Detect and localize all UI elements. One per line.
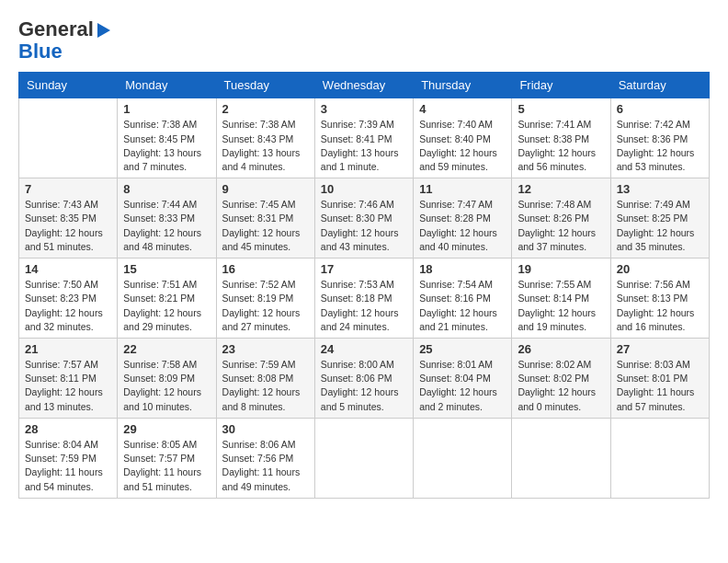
calendar-day-cell: 1Sunrise: 7:38 AMSunset: 8:45 PMDaylight…: [118, 98, 216, 178]
day-of-week-header: Monday: [118, 73, 216, 98]
logo: General Blue: [18, 18, 110, 63]
logo-blue: Blue: [18, 40, 63, 63]
calendar-day-cell: 8Sunrise: 7:44 AMSunset: 8:33 PMDaylight…: [118, 178, 216, 259]
calendar-week-row: 14Sunrise: 7:50 AMSunset: 8:23 PMDayligh…: [19, 259, 710, 339]
day-of-week-header: Wednesday: [314, 73, 413, 98]
day-info: Sunrise: 7:53 AMSunset: 8:18 PMDaylight:…: [321, 278, 407, 334]
calendar-day-cell: 7Sunrise: 7:43 AMSunset: 8:35 PMDaylight…: [19, 178, 118, 259]
calendar-day-cell: 15Sunrise: 7:51 AMSunset: 8:21 PMDayligh…: [118, 259, 216, 339]
day-number: 18: [419, 262, 506, 276]
day-number: 20: [617, 262, 703, 276]
calendar-day-cell: [19, 98, 118, 178]
calendar-day-cell: 6Sunrise: 7:42 AMSunset: 8:36 PMDaylight…: [610, 98, 709, 178]
day-of-week-header: Saturday: [610, 73, 709, 98]
day-info: Sunrise: 8:01 AMSunset: 8:04 PMDaylight:…: [419, 358, 506, 414]
day-number: 16: [222, 262, 309, 276]
calendar-day-cell: 3Sunrise: 7:39 AMSunset: 8:41 PMDaylight…: [314, 98, 413, 178]
day-of-week-header: Sunday: [19, 73, 118, 98]
day-of-week-header: Tuesday: [216, 73, 314, 98]
day-info: Sunrise: 7:43 AMSunset: 8:35 PMDaylight:…: [25, 198, 111, 254]
day-number: 12: [518, 182, 604, 196]
day-info: Sunrise: 7:46 AMSunset: 8:30 PMDaylight:…: [321, 198, 407, 254]
calendar-day-cell: 9Sunrise: 7:45 AMSunset: 8:31 PMDaylight…: [216, 178, 314, 259]
calendar-day-cell: 30Sunrise: 8:06 AMSunset: 7:56 PMDayligh…: [216, 418, 314, 498]
calendar-day-cell: [314, 418, 413, 498]
day-info: Sunrise: 8:04 AMSunset: 7:59 PMDaylight:…: [25, 438, 111, 494]
day-info: Sunrise: 7:38 AMSunset: 8:43 PMDaylight:…: [222, 118, 309, 174]
calendar-day-cell: 4Sunrise: 7:40 AMSunset: 8:40 PMDaylight…: [414, 98, 512, 178]
calendar-day-cell: 27Sunrise: 8:03 AMSunset: 8:01 PMDayligh…: [610, 339, 709, 419]
day-number: 14: [25, 262, 111, 276]
day-info: Sunrise: 7:59 AMSunset: 8:08 PMDaylight:…: [222, 358, 309, 414]
calendar-day-cell: 25Sunrise: 8:01 AMSunset: 8:04 PMDayligh…: [414, 339, 512, 419]
day-number: 2: [222, 102, 309, 116]
day-info: Sunrise: 7:40 AMSunset: 8:40 PMDaylight:…: [419, 118, 506, 174]
calendar-day-cell: 12Sunrise: 7:48 AMSunset: 8:26 PMDayligh…: [512, 178, 610, 259]
logo-text: General: [18, 18, 110, 40]
calendar-day-cell: 21Sunrise: 7:57 AMSunset: 8:11 PMDayligh…: [19, 339, 118, 419]
day-info: Sunrise: 7:58 AMSunset: 8:09 PMDaylight:…: [123, 358, 210, 414]
day-number: 5: [518, 102, 604, 116]
day-info: Sunrise: 7:48 AMSunset: 8:26 PMDaylight:…: [518, 198, 604, 254]
day-number: 24: [321, 342, 407, 356]
day-number: 17: [321, 262, 407, 276]
day-info: Sunrise: 7:47 AMSunset: 8:28 PMDaylight:…: [419, 198, 506, 254]
day-info: Sunrise: 7:44 AMSunset: 8:33 PMDaylight:…: [123, 198, 210, 254]
calendar-day-cell: 20Sunrise: 7:56 AMSunset: 8:13 PMDayligh…: [610, 259, 709, 339]
day-number: 26: [518, 342, 604, 356]
day-number: 1: [123, 102, 210, 116]
day-info: Sunrise: 7:51 AMSunset: 8:21 PMDaylight:…: [123, 278, 210, 334]
calendar-body: 1Sunrise: 7:38 AMSunset: 8:45 PMDaylight…: [19, 98, 710, 498]
day-number: 6: [617, 102, 703, 116]
day-of-week-header: Friday: [512, 73, 610, 98]
calendar-day-cell: 11Sunrise: 7:47 AMSunset: 8:28 PMDayligh…: [414, 178, 512, 259]
calendar-day-cell: 18Sunrise: 7:54 AMSunset: 8:16 PMDayligh…: [414, 259, 512, 339]
day-number: 19: [518, 262, 604, 276]
calendar-day-cell: 19Sunrise: 7:55 AMSunset: 8:14 PMDayligh…: [512, 259, 610, 339]
calendar-day-cell: 16Sunrise: 7:52 AMSunset: 8:19 PMDayligh…: [216, 259, 314, 339]
calendar-table: SundayMondayTuesdayWednesdayThursdayFrid…: [18, 72, 710, 498]
calendar-week-row: 1Sunrise: 7:38 AMSunset: 8:45 PMDaylight…: [19, 98, 710, 178]
calendar-day-cell: 24Sunrise: 8:00 AMSunset: 8:06 PMDayligh…: [314, 339, 413, 419]
calendar-week-row: 21Sunrise: 7:57 AMSunset: 8:11 PMDayligh…: [19, 339, 710, 419]
calendar-day-cell: 17Sunrise: 7:53 AMSunset: 8:18 PMDayligh…: [314, 259, 413, 339]
calendar-header-row: SundayMondayTuesdayWednesdayThursdayFrid…: [19, 73, 710, 98]
day-number: 23: [222, 342, 309, 356]
calendar-day-cell: [610, 418, 709, 498]
day-number: 9: [222, 182, 309, 196]
calendar-day-cell: 26Sunrise: 8:02 AMSunset: 8:02 PMDayligh…: [512, 339, 610, 419]
day-number: 10: [321, 182, 407, 196]
day-info: Sunrise: 7:54 AMSunset: 8:16 PMDaylight:…: [419, 278, 506, 334]
calendar-day-cell: 22Sunrise: 7:58 AMSunset: 8:09 PMDayligh…: [118, 339, 216, 419]
calendar-day-cell: 10Sunrise: 7:46 AMSunset: 8:30 PMDayligh…: [314, 178, 413, 259]
day-info: Sunrise: 7:56 AMSunset: 8:13 PMDaylight:…: [617, 278, 703, 334]
day-number: 22: [123, 342, 210, 356]
day-info: Sunrise: 7:45 AMSunset: 8:31 PMDaylight:…: [222, 198, 309, 254]
calendar-day-cell: 13Sunrise: 7:49 AMSunset: 8:25 PMDayligh…: [610, 178, 709, 259]
day-number: 15: [123, 262, 210, 276]
day-number: 4: [419, 102, 506, 116]
calendar-week-row: 7Sunrise: 7:43 AMSunset: 8:35 PMDaylight…: [19, 178, 710, 259]
day-number: 8: [123, 182, 210, 196]
calendar-day-cell: [414, 418, 512, 498]
calendar-day-cell: 28Sunrise: 8:04 AMSunset: 7:59 PMDayligh…: [19, 418, 118, 498]
day-number: 27: [617, 342, 703, 356]
day-number: 30: [222, 422, 309, 436]
calendar-day-cell: 29Sunrise: 8:05 AMSunset: 7:57 PMDayligh…: [118, 418, 216, 498]
day-info: Sunrise: 7:42 AMSunset: 8:36 PMDaylight:…: [617, 118, 703, 174]
day-info: Sunrise: 7:41 AMSunset: 8:38 PMDaylight:…: [518, 118, 604, 174]
calendar-day-cell: 5Sunrise: 7:41 AMSunset: 8:38 PMDaylight…: [512, 98, 610, 178]
day-info: Sunrise: 7:50 AMSunset: 8:23 PMDaylight:…: [25, 278, 111, 334]
day-info: Sunrise: 7:39 AMSunset: 8:41 PMDaylight:…: [321, 118, 407, 174]
day-info: Sunrise: 7:52 AMSunset: 8:19 PMDaylight:…: [222, 278, 309, 334]
day-info: Sunrise: 8:00 AMSunset: 8:06 PMDaylight:…: [321, 358, 407, 414]
day-number: 7: [25, 182, 111, 196]
day-of-week-header: Thursday: [414, 73, 512, 98]
day-number: 11: [419, 182, 506, 196]
day-info: Sunrise: 7:57 AMSunset: 8:11 PMDaylight:…: [25, 358, 111, 414]
day-info: Sunrise: 8:02 AMSunset: 8:02 PMDaylight:…: [518, 358, 604, 414]
calendar-week-row: 28Sunrise: 8:04 AMSunset: 7:59 PMDayligh…: [19, 418, 710, 498]
day-number: 28: [25, 422, 111, 436]
page-header: General Blue: [18, 18, 710, 63]
day-number: 21: [25, 342, 111, 356]
